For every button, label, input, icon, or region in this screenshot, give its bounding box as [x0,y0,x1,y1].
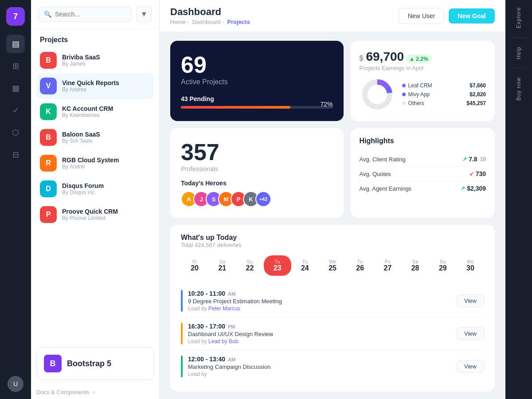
project-logo: V [40,78,57,94]
chevron-right-icon: › [93,389,94,395]
event-lead-link[interactable]: Peter Marcus [208,305,240,312]
earnings-label: Projects Earnings in April [360,65,432,71]
panel-divider-2 [512,68,525,68]
project-item[interactable]: P Proove Quick CRM By Proove Limited [36,202,154,227]
project-author: By Andrei [62,164,150,170]
trend-icon: ↗ [461,185,465,192]
legend-item: Mivy App $2,820 [402,91,486,98]
cal-day[interactable]: Sa 21 [208,255,236,276]
new-user-button[interactable]: New User [399,8,444,24]
card-earnings: $ 69,700 ▲ 2.2% Projects Earnings in Apr… [351,41,495,121]
nav-icon-layers[interactable]: ⬡ [6,123,25,142]
project-name: Baloon SaaS [62,131,150,138]
highlight-row: Avg. Agent Earnings ↗ $2,309 [360,181,486,196]
cal-day[interactable]: Tu 26 [346,255,374,276]
sidebar-footer[interactable]: Docs & Components › [31,385,159,399]
filter-button[interactable]: ▼ [136,6,152,22]
legend-value: $45,257 [467,100,486,106]
cal-day[interactable]: Tu 24 [291,255,319,276]
project-name: Proove Quick CRM [62,208,150,215]
bottom-user-avatar[interactable]: U [8,376,23,392]
nav-icon-dashboard[interactable]: ▤ [6,35,25,53]
cal-day[interactable]: Mo 30 [457,255,484,276]
help-button[interactable]: Help [513,39,524,66]
calendar-days: Fr 20 Sa 21 Su 22 Tu 23 Tu 24 We 25 Tu 2… [181,255,484,276]
cal-day[interactable]: Su 22 [236,255,263,276]
project-logo: P [40,206,57,223]
nav-icon-check[interactable]: ✓ [6,101,25,120]
nav-icon-box[interactable]: ⊟ [6,145,25,164]
project-info: Vine Quick Reports By Andres [62,79,150,93]
cal-day-name: Tu [348,259,372,264]
progress-percent: 72% [321,101,333,108]
highlight-row: Avg. Client Rating ↗ 7.810 [360,152,486,167]
project-list: B Briviba SaaS By James V Vine Quick Rep… [31,47,159,342]
cal-day-num: 29 [431,264,455,272]
card-whatsup: What's up Today Total 424,567 deliveries… [170,225,495,391]
card-highlights: Highlights Avg. Client Rating ↗ 7.810 Av… [351,128,495,218]
right-panel: Explore Help Buy now [505,0,532,399]
cal-day-num: 22 [238,264,262,272]
cal-day[interactable]: Sa 28 [402,255,429,276]
currency-symbol: $ [360,55,364,63]
nav-icon-chart[interactable]: ▦ [6,79,25,98]
progress-bar-bg [181,106,333,109]
cal-day-name: Fr [183,259,207,264]
whatsup-subtitle: Total 424,567 deliveries [181,242,484,248]
earnings-amount-row: $ 69,700 ▲ 2.2% [360,50,432,64]
project-item[interactable]: K KC Account CRM By Keenthemes [36,99,154,125]
event-lead: Lead by Lead by Bob [188,338,451,344]
cal-day-num: 24 [293,264,317,272]
search-input[interactable] [55,11,126,18]
panel-divider-1 [512,37,525,38]
card-professionals: 357 Professionals Today's Heroes AJSMPK+… [170,128,344,218]
project-item[interactable]: D Disqus Forum By Disqus Inc. [36,176,154,202]
cal-day-num: 23 [266,264,289,272]
header-actions: New User New Goal [399,8,495,24]
project-author: By Keenthemes [62,112,150,118]
event-view-button[interactable]: View [457,327,484,340]
search-box[interactable]: 🔍 [38,7,132,22]
cal-day[interactable]: Su 29 [429,255,457,276]
project-item[interactable]: B Briviba SaaS By James [36,47,154,73]
legend-item: Others $45,257 [402,100,486,106]
event-view-button[interactable]: View [457,294,484,307]
project-logo: B [40,129,57,146]
todays-heroes-title: Today's Heroes [181,180,333,187]
cal-day-num: 25 [321,264,344,272]
project-name: KC Account CRM [62,105,150,112]
project-item[interactable]: V Vine Quick Reports By Andres [36,73,154,99]
breadcrumb-current: Projects [227,19,250,25]
legend-dot [402,93,406,96]
user-avatar-number[interactable]: 7 [6,7,25,26]
explore-button[interactable]: Explore [513,0,524,35]
legend-name: Mivy App [408,91,430,98]
cal-day-name: Sa [403,259,427,264]
project-info: Briviba SaaS By James [62,54,150,67]
event-lead-link[interactable]: Lead by Bob [208,338,238,344]
active-projects-bottom: 43 Pending [181,95,333,109]
cal-day[interactable]: We 25 [319,255,346,276]
project-info: Baloon SaaS By SIA Team [62,131,150,144]
event-time: 12:00 - 13:40 AM [188,356,451,363]
cal-day[interactable]: Fri 27 [374,255,401,276]
main-area: Dashboard Home - Dashboard - Projects Ne… [160,0,505,399]
buy-now-button[interactable]: Buy now [513,70,524,108]
nav-icon-grid[interactable]: ⊞ [6,57,25,75]
pending-count: 43 Pending [181,95,333,102]
whatsup-title: What's up Today [181,234,484,242]
event-view-button[interactable]: View [457,360,484,373]
cal-day-name: Fri [376,259,399,264]
main-header: Dashboard Home - Dashboard - Projects Ne… [160,0,505,32]
cal-day-num: 30 [458,264,482,272]
project-logo: R [40,155,57,172]
bootstrap-banner[interactable]: B Bootstrap 5 [36,347,154,380]
cards-row-2: 357 Professionals Today's Heroes AJSMPK+… [170,128,495,218]
project-item[interactable]: R RGB Cloud System By Andrei [36,150,154,176]
project-item[interactable]: B Baloon SaaS By SIA Team [36,125,154,150]
cal-day[interactable]: Fr 20 [181,255,208,276]
project-info: KC Account CRM By Keenthemes [62,105,150,118]
cal-day[interactable]: Tu 23 [264,255,291,276]
project-info: Disqus Forum By Disqus Inc. [62,182,150,196]
new-goal-button[interactable]: New Goal [449,8,495,23]
